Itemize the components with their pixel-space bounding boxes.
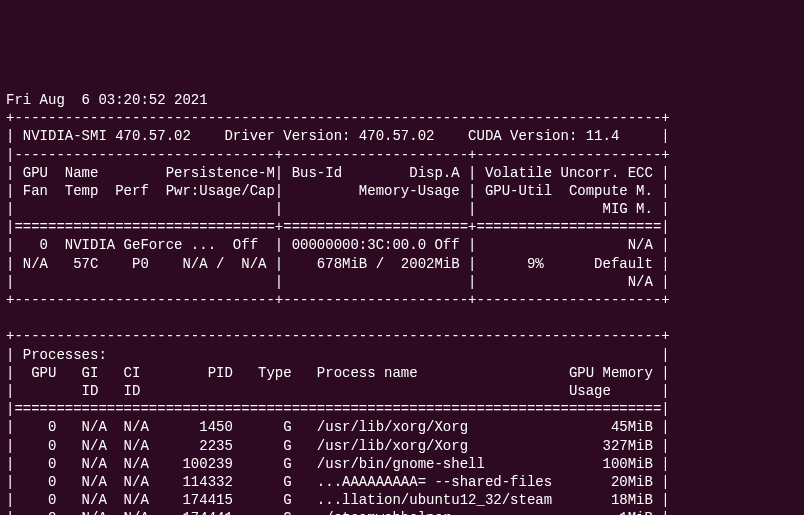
gpu-header-line: | | | MIG M. | (6, 201, 670, 217)
process-row-line: | 0 N/A N/A 2235 G /usr/lib/xorg/Xorg 32… (6, 438, 670, 454)
process-row-line: | 0 N/A N/A 1450 G /usr/lib/xorg/Xorg 45… (6, 419, 670, 435)
process-row-line: | 0 N/A N/A 174441 G ./steamwebhelper 1M… (6, 510, 670, 515)
process-row-line: | 0 N/A N/A 114332 G ...AAAAAAAAA= --sha… (6, 474, 670, 490)
gpu-header-line: | GPU Name Persistence-M| Bus-Id Disp.A … (6, 165, 670, 181)
divider-line: |=======================================… (6, 401, 670, 417)
divider-line: |-------------------------------+-------… (6, 147, 670, 163)
divider-line: +-------------------------------+-------… (6, 292, 670, 308)
terminal-output: Fri Aug 6 03:20:52 2021 +---------------… (0, 73, 804, 515)
gpu-header-line: | Fan Temp Perf Pwr:Usage/Cap| Memory-Us… (6, 183, 670, 199)
divider-line: |===============================+=======… (6, 219, 670, 235)
gpu-row-line: | N/A 57C P0 N/A / N/A | 678MiB / 2002Mi… (6, 256, 670, 272)
gpu-row-line: | 0 NVIDIA GeForce ... Off | 00000000:3C… (6, 237, 670, 253)
divider-line: +---------------------------------------… (6, 328, 670, 344)
gpu-row-line: | | | N/A | (6, 274, 670, 290)
processes-header-line: | ID ID Usage | (6, 383, 670, 399)
processes-title-line: | Processes: | (6, 347, 670, 363)
timestamp-line: Fri Aug 6 03:20:52 2021 (6, 92, 208, 108)
nvidia-smi-version-line: | NVIDIA-SMI 470.57.02 Driver Version: 4… (6, 128, 670, 144)
process-row-line: | 0 N/A N/A 100239 G /usr/bin/gnome-shel… (6, 456, 670, 472)
blank-line (6, 310, 670, 326)
processes-header-line: | GPU GI CI PID Type Process name GPU Me… (6, 365, 670, 381)
divider-line: +---------------------------------------… (6, 110, 670, 126)
process-row-line: | 0 N/A N/A 174415 G ...llation/ubuntu12… (6, 492, 670, 508)
